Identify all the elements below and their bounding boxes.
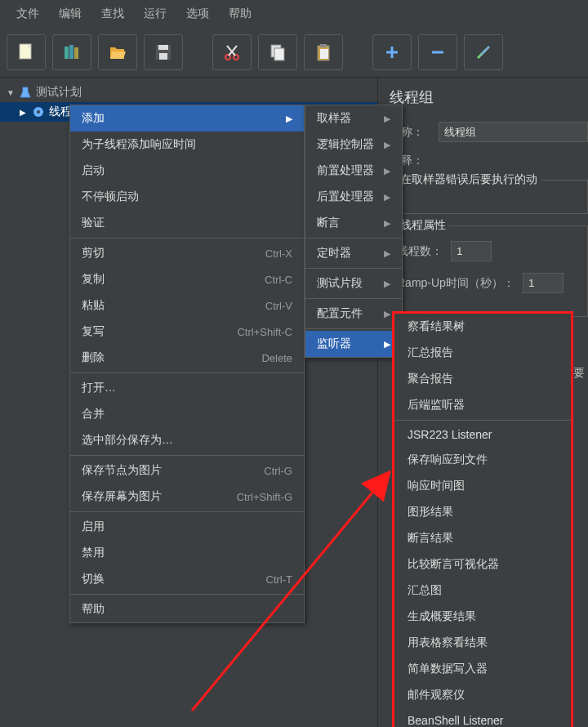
error-action-fieldset: 在取样器错误后要执行的动 — [390, 180, 588, 214]
books-icon — [62, 42, 82, 62]
sub-test-fragment[interactable]: 测试片段▶ — [305, 270, 402, 297]
new-file-button[interactable] — [7, 34, 46, 70]
collapse-button[interactable] — [418, 34, 457, 70]
templates-button[interactable] — [52, 34, 91, 70]
menu-file[interactable]: 文件 — [7, 3, 49, 25]
ctx-add[interactable]: 添加▶ — [70, 105, 304, 132]
sub-preprocessor[interactable]: 前置处理器▶ — [305, 158, 402, 184]
submenu-arrow-icon: ▶ — [286, 114, 292, 124]
add-submenu: 取样器▶ 逻辑控制器▶ 前置处理器▶ 后置处理器▶ 断言▶ 定时器▶ 测试片段▶… — [305, 105, 403, 358]
ctx-start-no-pause[interactable]: 不停顿启动 — [70, 184, 304, 210]
context-menu: 添加▶ 为子线程添加响应时间 启动 不停顿启动 验证 剪切Ctrl-X 复制Ct… — [69, 105, 305, 623]
sub-logic-controller[interactable]: 逻辑控制器▶ — [305, 132, 402, 158]
ctx-add-think-time[interactable]: 为子线程添加响应时间 — [70, 132, 304, 158]
sub-postprocessor[interactable]: 后置处理器▶ — [305, 184, 402, 210]
listener-backend[interactable]: 后端监听器 — [394, 392, 571, 418]
menu-help[interactable]: 帮助 — [219, 3, 261, 25]
menu-run[interactable]: 运行 — [134, 3, 176, 25]
listener-view-results-tree[interactable]: 察看结果树 — [394, 314, 571, 340]
menubar: 文件 编辑 查找 运行 选项 帮助 — [0, 0, 588, 28]
tree-expand-icon[interactable]: ▶ — [20, 108, 28, 117]
ctx-delete[interactable]: 删除Delete — [70, 345, 304, 371]
menu-options[interactable]: 选项 — [176, 3, 219, 25]
sub-timer[interactable]: 定时器▶ — [305, 240, 402, 266]
menu-edit[interactable]: 编辑 — [49, 3, 91, 25]
open-button[interactable] — [98, 34, 137, 70]
ctx-disable[interactable]: 禁用 — [70, 540, 304, 566]
expand-button[interactable] — [372, 34, 412, 70]
svg-rect-2 — [69, 45, 74, 59]
gear-icon — [31, 105, 46, 119]
ctx-save-node-image[interactable]: 保存节点为图片Ctrl-G — [70, 457, 304, 484]
svg-rect-10 — [274, 48, 284, 60]
ramp-label: Ramp-Up时间（秒）： — [397, 276, 514, 291]
ctx-save-selection[interactable]: 选中部分保存为… — [70, 427, 304, 453]
copy-button[interactable] — [258, 34, 297, 70]
listener-simple-data-writer[interactable]: 简单数据写入器 — [394, 656, 571, 682]
toolbar — [0, 28, 588, 78]
ctx-start[interactable]: 启动 — [70, 158, 304, 184]
ctx-separator — [70, 511, 304, 512]
threads-label: 线程数： — [397, 244, 443, 259]
ctx-toggle[interactable]: 切换Ctrl-T — [70, 566, 304, 592]
ctx-save-screen-image[interactable]: 保存屏幕为图片Ctrl+Shift-G — [70, 484, 304, 510]
ctx-separator — [305, 328, 402, 329]
ctx-cut[interactable]: 剪切Ctrl-X — [70, 240, 304, 266]
listener-beanshell[interactable]: BeanShell Listener — [394, 708, 571, 727]
ctx-separator — [394, 420, 571, 421]
folder-open-icon — [108, 42, 127, 62]
listener-save-responses[interactable]: 保存响应到文件 — [394, 447, 571, 473]
tree-collapse-icon[interactable]: ▼ — [7, 88, 15, 97]
listener-comparison-visualizer[interactable]: 比较断言可视化器 — [394, 551, 571, 578]
threads-input[interactable] — [451, 241, 492, 261]
listener-view-results-table[interactable]: 用表格察看结果 — [394, 630, 571, 656]
save-button[interactable] — [144, 34, 183, 70]
panel-title: 线程组 — [390, 87, 588, 107]
ctx-separator — [305, 268, 402, 269]
listener-submenu: 察看结果树 汇总报告 聚合报告 后端监听器 JSR223 Listener 保存… — [392, 311, 573, 727]
tree-root-label: 测试计划 — [36, 85, 82, 100]
svg-point-15 — [37, 110, 40, 114]
sub-listener[interactable]: 监听器▶ — [305, 331, 402, 357]
plus-icon — [382, 42, 402, 62]
svg-rect-12 — [320, 44, 327, 47]
listener-graph-results[interactable]: 图形结果 — [394, 499, 571, 525]
tree-root[interactable]: ▼ 测试计划 — [0, 83, 377, 102]
listener-response-time-graph[interactable]: 响应时间图 — [394, 473, 571, 499]
save-icon — [154, 42, 173, 62]
menu-search[interactable]: 查找 — [91, 3, 134, 25]
beaker-icon — [18, 85, 33, 100]
ctx-paste[interactable]: 粘贴Ctrl-V — [70, 292, 304, 319]
cut-button[interactable] — [212, 34, 252, 70]
ctx-duplicate[interactable]: 复写Ctrl+Shift-C — [70, 319, 304, 345]
svg-rect-13 — [320, 49, 328, 59]
listener-summary-report[interactable]: 汇总报告 — [394, 340, 571, 366]
svg-rect-5 — [158, 45, 168, 50]
sub-config-element[interactable]: 配置元件▶ — [305, 301, 402, 327]
listener-aggregate-report[interactable]: 聚合报告 — [394, 366, 571, 392]
listener-assertion-results[interactable]: 断言结果 — [394, 525, 571, 551]
sub-assertion[interactable]: 断言▶ — [305, 210, 402, 236]
ctx-help[interactable]: 帮助 — [70, 596, 304, 622]
ctx-open[interactable]: 打开… — [70, 375, 304, 401]
ctx-enable[interactable]: 启用 — [70, 514, 304, 540]
thread-props-legend: 线程属性 — [397, 218, 449, 233]
copy-icon — [268, 42, 287, 62]
ramp-input[interactable] — [523, 273, 564, 293]
clipboard-icon — [314, 42, 333, 62]
scissors-icon — [222, 42, 242, 62]
toggle-button[interactable] — [464, 34, 503, 70]
thread-props-fieldset: 线程属性 线程数： Ramp-Up时间（秒）： — [390, 225, 588, 317]
paste-button[interactable] — [304, 34, 343, 70]
name-input[interactable] — [439, 122, 588, 142]
ctx-copy[interactable]: 复制Ctrl-C — [70, 266, 304, 292]
sub-sampler[interactable]: 取样器▶ — [305, 105, 402, 132]
ctx-separator — [305, 238, 402, 239]
ctx-merge[interactable]: 合并 — [70, 401, 304, 427]
listener-generate-summary[interactable]: 生成概要结果 — [394, 604, 571, 630]
listener-jsr223[interactable]: JSR223 Listener — [394, 422, 571, 447]
listener-aggregate-graph[interactable]: 汇总图 — [394, 578, 571, 604]
listener-mailer-visualizer[interactable]: 邮件观察仪 — [394, 682, 571, 708]
ctx-separator — [70, 372, 304, 373]
ctx-validate[interactable]: 验证 — [70, 210, 304, 236]
